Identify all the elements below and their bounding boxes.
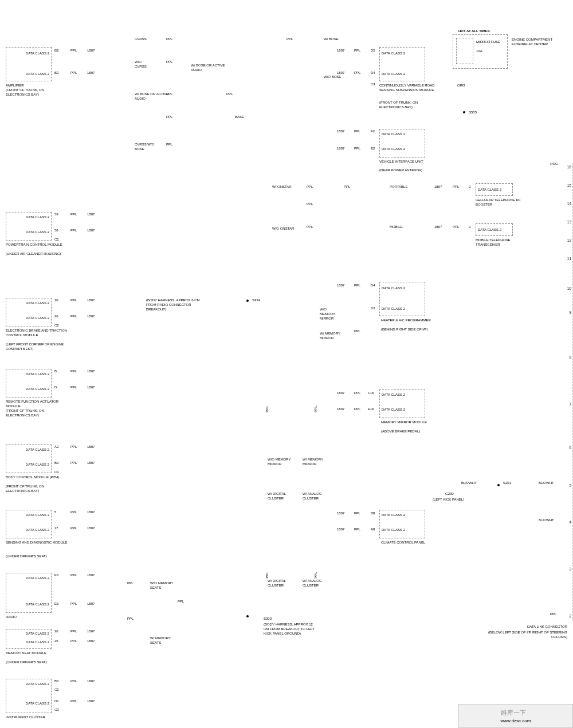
wire-c7 (0, 103, 132, 103)
sdm-pin-5: 5 (54, 510, 56, 514)
sdm-1807-1: 1807 (87, 510, 95, 514)
w-mem-mirror2: W/ MEMORY MIRROR (303, 457, 331, 466)
hvac-pin-d4: D4 (371, 283, 375, 288)
wo-cvrss-label: W/O CVRSS (135, 60, 152, 69)
ccp-ppl2: PPL (354, 527, 360, 532)
s203-label: S203 (264, 616, 272, 621)
memseat-loc: (UNDER DRIVER'S SEAT) (6, 660, 69, 664)
s324-node (246, 300, 249, 302)
dlc-pin-15: 15 (567, 183, 571, 187)
s324-note: (BODY HARNESS, APPROX 6 CM FROM RADIO CO… (146, 298, 203, 312)
radio-1807-1: 1807 (87, 573, 95, 577)
ic-name: INSTRUMENT CLUSTER (6, 715, 69, 719)
memseat-ppl1: PPL (70, 629, 77, 633)
cell-dc: DATA CLASS 2 (478, 187, 501, 192)
cvrss-dc1: DATA CLASS 2 (382, 51, 405, 56)
ppl-c3: PPL (166, 60, 172, 64)
dlc-pin-3: 3 (569, 567, 571, 571)
fuse-rating: 10A (476, 49, 482, 53)
pcm-pin-59: 59 (54, 212, 58, 217)
w-bose: W/ BOSE (324, 37, 339, 41)
ccp-1807-2: 1807 (337, 527, 344, 532)
ic-ppl1: PPL (70, 679, 77, 683)
viu-ppl1: PPL (354, 129, 360, 133)
sdm-dc1: DATA CLASS 2 (26, 513, 49, 517)
dlc-pin-2: 2 (569, 614, 571, 618)
ccp-pin-a8: A8 (371, 527, 375, 532)
hvac-name: HEATER & A/C PROGRAMMER (381, 318, 433, 322)
bcm-ppl2: PPL (70, 461, 77, 465)
memseat-pin-26: 26 (54, 629, 58, 633)
mobile-name: MOBILE TELEPHONE TRANSCEIVER (476, 238, 527, 247)
radio-name: RADIO (6, 615, 17, 619)
ebcm-pin-10: 10 (54, 298, 58, 302)
watermark-text: 维库一下 (501, 709, 526, 716)
memmirr-pin-f16: F16 (368, 391, 374, 395)
memseat-dc1: DATA CLASS 2 (26, 631, 49, 636)
dlc-pin-14: 14 (567, 202, 571, 206)
blkwht3: BLK/WHT (539, 518, 554, 522)
w-bose-active2: W/ BOSE OR ACTIVE AUDIO (135, 92, 169, 101)
ppl-on3: PPL (307, 225, 313, 229)
radio-ppl1: PPL (70, 573, 77, 577)
rfa-dc2: DATA CLASS 2 (26, 387, 49, 391)
cvrss-pin-c3: C3 (371, 82, 375, 86)
ppl-2-dlc: PPL (550, 612, 556, 616)
ppl-c4: PPL (166, 92, 172, 96)
w-mem-seats: W/ MEMORY SEATS (150, 636, 179, 645)
sdm-box: DATA CLASS 2 DATA CLASS 2 (6, 510, 52, 538)
wo-mem-mirror2: W/O MEMORY MIRROR (268, 457, 296, 466)
dlc-location: (BELOW LEFT SIDE OF I/P, RIGHT OF STEERI… (487, 630, 567, 639)
bcm-pin-c1: C1 (54, 470, 59, 474)
ppl-on2: PPL (307, 202, 313, 206)
rfa-name: REMOTE FUNCTION ACTUATOR MODULE (6, 399, 69, 408)
sdm-loc: (UNDER DRIVER'S SEAT) (6, 554, 69, 558)
dlc-pin-12: 12 (567, 238, 571, 242)
ebcm-pin-26: 26 (54, 314, 58, 318)
dlc-pin-6: 6 (569, 446, 571, 450)
s324-label: S324 (252, 298, 260, 302)
cvrss-wv (0, 233, 1, 267)
ccp-pin-b8: B8 (371, 511, 375, 515)
pcm-1807-1: 1807 (87, 212, 95, 217)
ccp-name: CLIMATE CONTROL PANEL (381, 540, 438, 545)
ccp-dc2: DATA CLASS 2 (382, 528, 405, 532)
memmirr-ppl2: PPL (354, 407, 360, 411)
mobile-ppl: PPL (453, 225, 459, 229)
ebcm-ppl2: PPL (70, 314, 77, 318)
dlc-pin-13: 13 (567, 220, 571, 224)
radio-ppl5: PPL (178, 599, 184, 604)
wire-cv1 (0, 103, 1, 126)
main-bus (0, 267, 1, 728)
ebcm-dc2: DATA CLASS 2 (26, 316, 49, 320)
pcm-dc2: DATA CLASS 2 (26, 230, 49, 234)
radio-dc1: DATA CLASS 2 (26, 576, 49, 580)
w-mem-mirror: W/ MEMORY MIRROR (320, 331, 343, 340)
clust-ppl1: PPL (265, 572, 269, 578)
bcm-1807-2: 1807 (87, 461, 95, 465)
dlc-border (572, 163, 572, 621)
w-onstar: W/ ONSTAR (272, 184, 292, 189)
viu-ppl2: PPL (354, 146, 360, 151)
sdm-1807-2: 1807 (87, 526, 95, 530)
dlc-pin-7: 7 (569, 402, 571, 406)
viu-name: VEHICLE INTERFACE UNIT (379, 159, 437, 164)
bcm-pin-b9: B9 (54, 461, 58, 465)
sdm-pin-17: 17 (54, 526, 58, 530)
cvrss-dc2: DATA CLASS 2 (382, 72, 405, 76)
hvac-ppl1: PPL (354, 283, 360, 288)
dlc-pin-4: 4 (569, 520, 571, 524)
s201-label: S201 (503, 481, 511, 485)
g200-loc: (LEFT KICK PANEL) (433, 497, 464, 502)
cell-name: CELLULAR TELEPHONE RF BOOSTER (476, 198, 527, 207)
sdm-ppl2: PPL (70, 526, 77, 530)
rfa-dc1: DATA CLASS 2 (26, 372, 49, 376)
memmirr-1807-1: 1807 (337, 391, 344, 395)
radio-pin-f6: F6 (54, 573, 58, 577)
cvrss-label: CVRSS (135, 37, 147, 41)
cvrss-name: CONTINUOUSLY VARIABLE ROAD SENSING SUSPE… (379, 83, 437, 92)
amplifier-name: AMPLIFIER (6, 83, 63, 88)
memseat-box: DATA CLASS 2 DATA CLASS 2 (6, 629, 52, 649)
sdm-name: SENSING AND DIAGNOSTIC MODULE (6, 540, 69, 545)
bcm-name: BODY CONTROL MODULE (PZM) (6, 475, 69, 479)
